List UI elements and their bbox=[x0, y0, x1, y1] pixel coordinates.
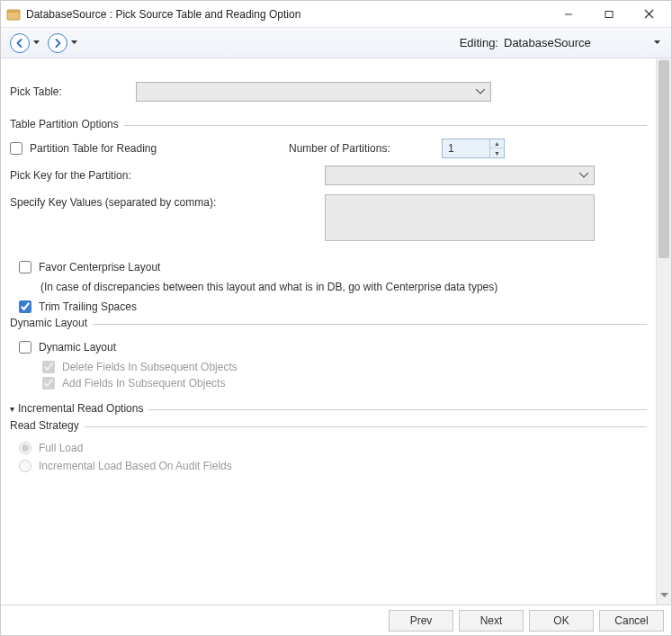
svg-rect-1 bbox=[7, 10, 20, 13]
window-title: DatabaseSource : Pick Source Table and R… bbox=[26, 8, 300, 21]
favor-layout-label: Favor Centerprise Layout bbox=[39, 261, 160, 273]
pick-table-label: Pick Table: bbox=[10, 85, 136, 98]
partition-groupbox: Table Partition Options Partition Table … bbox=[10, 125, 647, 246]
editing-dropdown-icon[interactable] bbox=[651, 38, 662, 49]
app-icon bbox=[6, 7, 21, 22]
editing-label: Editing: bbox=[460, 36, 498, 49]
spinner-buttons[interactable]: ▲ ▼ bbox=[489, 139, 504, 157]
incremental-groupbox: Incremental Read Options Read Strategy F… bbox=[10, 409, 647, 488]
content-area: Pick Table: Table Partition Options Part… bbox=[1, 58, 656, 605]
full-load-radio bbox=[19, 442, 31, 454]
add-fields-checkbox bbox=[42, 377, 55, 390]
cancel-button[interactable]: Cancel bbox=[599, 610, 664, 632]
spin-down-icon[interactable]: ▼ bbox=[490, 148, 504, 157]
button-bar: Prev Next OK Cancel bbox=[1, 605, 671, 635]
scrollbar-thumb[interactable] bbox=[659, 60, 669, 258]
svg-rect-3 bbox=[605, 11, 613, 17]
num-partitions-value: 1 bbox=[448, 142, 454, 155]
back-dropdown-icon[interactable] bbox=[31, 33, 40, 53]
incremental-audit-radio bbox=[19, 460, 31, 472]
chevron-down-icon bbox=[578, 169, 590, 182]
partition-table-checkbox[interactable] bbox=[10, 142, 22, 155]
maximize-button[interactable] bbox=[588, 1, 629, 27]
partition-table-label: Partition Table for Reading bbox=[30, 142, 157, 155]
add-fields-label: Add Fields In Subsequent Objects bbox=[62, 377, 225, 390]
delete-fields-label: Delete Fields In Subsequent Objects bbox=[62, 361, 237, 373]
incremental-legend[interactable]: Incremental Read Options bbox=[10, 402, 148, 415]
full-load-label: Full Load bbox=[39, 442, 83, 454]
delete-fields-checkbox bbox=[42, 361, 55, 373]
key-values-textarea[interactable] bbox=[325, 194, 595, 241]
prev-button[interactable]: Prev bbox=[389, 610, 453, 632]
dynamic-legend: Dynamic Layout bbox=[10, 317, 93, 329]
num-partitions-spinner[interactable]: 1 ▲ ▼ bbox=[442, 139, 505, 158]
num-partitions-label: Number of Partitions: bbox=[289, 142, 442, 155]
dynamic-groupbox: Dynamic Layout Dynamic Layout Delete Fie… bbox=[10, 324, 647, 399]
close-button[interactable] bbox=[629, 1, 669, 27]
forward-button[interactable] bbox=[48, 33, 67, 53]
trim-trailing-checkbox[interactable] bbox=[19, 300, 31, 313]
read-strategy-legend: Read Strategy bbox=[10, 419, 85, 432]
back-button[interactable] bbox=[10, 33, 30, 53]
pick-table-combo[interactable] bbox=[136, 82, 491, 102]
editing-value: DatabaseSource bbox=[504, 36, 648, 49]
dynamic-layout-label: Dynamic Layout bbox=[39, 341, 116, 354]
trim-trailing-label: Trim Trailing Spaces bbox=[39, 300, 137, 313]
minimize-button[interactable] bbox=[548, 1, 588, 27]
spin-up-icon[interactable]: ▲ bbox=[490, 139, 504, 148]
toolbar: Editing: DatabaseSource bbox=[1, 28, 671, 58]
pick-key-combo[interactable] bbox=[325, 166, 595, 185]
chevron-down-icon bbox=[474, 85, 487, 98]
specify-key-label: Specify Key Values (separated by comma): bbox=[10, 194, 325, 209]
favor-layout-checkbox[interactable] bbox=[19, 261, 31, 273]
dynamic-layout-checkbox[interactable] bbox=[19, 341, 31, 354]
scroll-down-icon[interactable] bbox=[657, 588, 671, 603]
favor-layout-hint: (In case of discrepancies between this l… bbox=[40, 281, 647, 293]
titlebar: DatabaseSource : Pick Source Table and R… bbox=[1, 1, 671, 28]
next-button[interactable]: Next bbox=[459, 610, 524, 632]
read-strategy-groupbox: Read Strategy Full Load Incremental Load… bbox=[10, 426, 647, 483]
incremental-audit-label: Incremental Load Based On Audit Fields bbox=[39, 460, 232, 472]
partition-legend: Table Partition Options bbox=[10, 118, 124, 130]
vertical-scrollbar[interactable] bbox=[656, 58, 671, 605]
ok-button[interactable]: OK bbox=[529, 610, 594, 632]
forward-dropdown-icon[interactable] bbox=[69, 33, 78, 53]
pick-key-label: Pick Key for the Partition: bbox=[10, 169, 325, 182]
